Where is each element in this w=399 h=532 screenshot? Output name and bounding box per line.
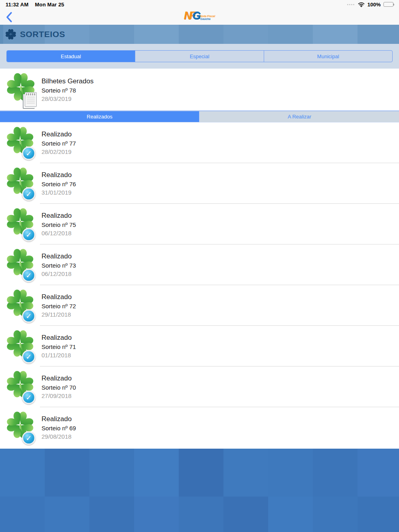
check-badge-icon: [22, 350, 36, 364]
draw-date: 29/08/2018: [41, 433, 76, 440]
check-badge-icon: [22, 309, 36, 323]
draw-list-item[interactable]: Realizado Sorteio nº 69 29/08/2018: [0, 407, 399, 448]
clover-icon: [5, 288, 36, 323]
check-badge-icon: [22, 391, 36, 404]
draw-title: Realizado: [41, 374, 76, 382]
draw-subtitle: Sorteio nº 69: [41, 425, 76, 432]
tab-realizados[interactable]: Realizados: [0, 111, 200, 122]
status-time: 11:32 AM: [6, 2, 28, 8]
draw-date: 06/12/2018: [41, 230, 76, 236]
draw-date: 01/11/2018: [41, 352, 76, 359]
draw-title: Realizado: [41, 252, 76, 260]
clover-icon: [5, 369, 36, 405]
status-date: Mon Mar 25: [35, 2, 64, 8]
battery-percent: 100%: [367, 2, 381, 8]
clover-icon: [5, 71, 37, 108]
draw-subtitle: Sorteio nº 70: [41, 384, 76, 391]
draw-list-item[interactable]: Realizado Sorteio nº 71 01/11/2018: [0, 326, 399, 366]
draw-list: Realizado Sorteio nº 77 28/02/2019 Reali…: [0, 122, 399, 449]
clover-icon: [5, 247, 36, 283]
clover-icon: [5, 328, 36, 364]
tab-especial[interactable]: Especial: [135, 51, 264, 62]
chevron-left-icon: [6, 12, 12, 23]
logo-tagline-2: Gaúcha: [200, 18, 215, 20]
draw-list-item[interactable]: Realizado Sorteio nº 72 29/11/2018: [0, 285, 399, 326]
draw-list-item[interactable]: Realizado Sorteio nº 75 06/12/2018: [0, 204, 399, 244]
draw-title: Realizado: [41, 171, 76, 179]
page-header: SORTEIOS: [0, 25, 399, 44]
clover-icon: [5, 166, 36, 201]
tab-municipal[interactable]: Municipal: [264, 51, 392, 62]
draw-list-item[interactable]: Realizado Sorteio nº 73 06/12/2018: [0, 244, 399, 285]
draw-date: 27/09/2018: [41, 392, 76, 399]
footer-mosaic: [0, 449, 399, 532]
draw-title: Realizado: [41, 334, 76, 342]
status-bar: 11:32 AM Mon Mar 25 100%: [0, 0, 399, 9]
draw-title: Realizado: [41, 293, 76, 301]
nfg-logo: NFG Nota Fiscal Gaúcha: [184, 10, 215, 22]
draw-title: Realizado: [41, 415, 76, 423]
draw-subtitle: Sorteio nº 71: [41, 343, 76, 350]
draw-date: 29/11/2018: [41, 311, 76, 318]
tab-a-realizar[interactable]: A Realizar: [200, 111, 399, 122]
featured-title: Bilhetes Gerados: [41, 77, 93, 85]
region-segmented-control: Estadual Especial Municipal: [6, 50, 393, 62]
featured-subtitle: Sorteio nº 78: [41, 87, 93, 94]
draw-list-item[interactable]: Realizado Sorteio nº 76 31/01/2019: [0, 163, 399, 204]
draw-subtitle: Sorteio nº 75: [41, 221, 76, 228]
check-badge-icon: [22, 147, 36, 160]
wifi-icon: [358, 2, 365, 7]
region-tabs-band: Estadual Especial Municipal: [0, 44, 399, 69]
battery-icon: [383, 2, 393, 7]
draw-date: 31/01/2019: [41, 189, 76, 196]
draw-list-item[interactable]: Realizado Sorteio nº 77 28/02/2019: [0, 122, 399, 163]
notepad-icon: [25, 92, 37, 107]
featured-date: 28/03/2019: [41, 95, 93, 102]
check-badge-icon: [22, 432, 36, 445]
clover-icon: [5, 125, 36, 161]
clover-icon: [5, 410, 36, 445]
content-area: Bilhetes Gerados Sorteio nº 78 28/03/201…: [0, 69, 399, 449]
featured-item-bilhetes-gerados[interactable]: Bilhetes Gerados Sorteio nº 78 28/03/201…: [0, 69, 399, 110]
logo-letter-g: G: [192, 10, 200, 22]
draw-title: Realizado: [41, 130, 76, 138]
app-screen: 11:32 AM Mon Mar 25 100% NFG: [0, 0, 399, 532]
draw-date: 06/12/2018: [41, 270, 76, 277]
back-button[interactable]: [2, 10, 16, 24]
draw-subtitle: Sorteio nº 73: [41, 262, 76, 269]
draw-list-item[interactable]: Realizado Sorteio nº 70 27/09/2018: [0, 366, 399, 407]
draw-title: Realizado: [41, 212, 76, 220]
draw-date: 28/02/2019: [41, 148, 76, 155]
page-title: SORTEIOS: [20, 30, 65, 39]
draw-subtitle: Sorteio nº 72: [41, 303, 76, 309]
draw-subtitle: Sorteio nº 76: [41, 181, 76, 187]
check-badge-icon: [22, 269, 36, 282]
tab-estadual[interactable]: Estadual: [7, 51, 135, 62]
check-badge-icon: [22, 228, 36, 242]
draw-subtitle: Sorteio nº 77: [41, 140, 76, 147]
nav-bar: NFG Nota Fiscal Gaúcha: [0, 9, 399, 25]
check-badge-icon: [22, 187, 36, 201]
cellular-dots-icon: [347, 4, 354, 5]
clover-icon: [5, 28, 17, 40]
logo-tagline-1: Nota Fiscal: [200, 15, 215, 18]
status-segmented-control: Realizados A Realizar: [0, 110, 399, 122]
clover-icon: [5, 206, 36, 242]
